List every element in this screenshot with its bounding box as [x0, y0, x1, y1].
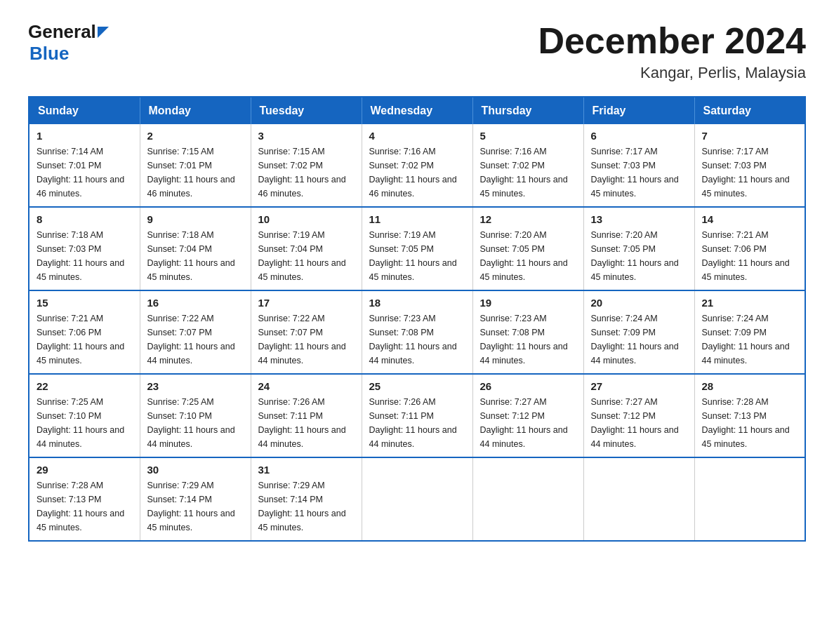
calendar-day-cell: 30Sunrise: 7:29 AMSunset: 7:14 PMDayligh…	[140, 457, 251, 541]
day-info: Sunrise: 7:28 AMSunset: 7:13 PMDaylight:…	[702, 395, 798, 451]
calendar-day-cell: 7Sunrise: 7:17 AMSunset: 7:03 PMDaylight…	[694, 124, 805, 207]
month-title: December 2024	[538, 21, 806, 61]
day-info: Sunrise: 7:18 AMSunset: 7:04 PMDaylight:…	[147, 228, 244, 284]
day-info: Sunrise: 7:17 AMSunset: 7:03 PMDaylight:…	[702, 145, 798, 201]
logo-blue-text: Blue	[29, 43, 69, 65]
day-number: 8	[37, 213, 133, 225]
day-info: Sunrise: 7:22 AMSunset: 7:07 PMDaylight:…	[258, 311, 355, 368]
location-title: Kangar, Perlis, Malaysia	[538, 64, 806, 82]
calendar-day-cell: 16Sunrise: 7:22 AMSunset: 7:07 PMDayligh…	[140, 290, 251, 374]
day-info: Sunrise: 7:14 AMSunset: 7:01 PMDaylight:…	[37, 145, 133, 201]
day-info: Sunrise: 7:29 AMSunset: 7:14 PMDaylight:…	[258, 478, 355, 535]
day-number: 15	[37, 297, 133, 309]
day-info: Sunrise: 7:19 AMSunset: 7:04 PMDaylight:…	[258, 228, 355, 284]
calendar-day-cell: 31Sunrise: 7:29 AMSunset: 7:14 PMDayligh…	[251, 457, 362, 541]
day-number: 11	[369, 213, 465, 225]
day-info: Sunrise: 7:21 AMSunset: 7:06 PMDaylight:…	[37, 311, 133, 368]
day-info: Sunrise: 7:22 AMSunset: 7:07 PMDaylight:…	[147, 311, 244, 368]
day-number: 26	[480, 380, 576, 392]
day-info: Sunrise: 7:24 AMSunset: 7:09 PMDaylight:…	[591, 311, 687, 368]
calendar-day-cell: 6Sunrise: 7:17 AMSunset: 7:03 PMDaylight…	[583, 124, 694, 207]
weekday-header-thursday: Thursday	[472, 97, 583, 124]
day-number: 19	[480, 297, 576, 309]
day-info: Sunrise: 7:26 AMSunset: 7:11 PMDaylight:…	[258, 395, 355, 451]
day-info: Sunrise: 7:27 AMSunset: 7:12 PMDaylight:…	[480, 395, 576, 451]
calendar-day-cell: 20Sunrise: 7:24 AMSunset: 7:09 PMDayligh…	[583, 290, 694, 374]
calendar-day-cell	[694, 457, 805, 541]
day-number: 28	[702, 380, 798, 392]
calendar-day-cell: 24Sunrise: 7:26 AMSunset: 7:11 PMDayligh…	[251, 374, 362, 457]
day-number: 20	[591, 297, 687, 309]
day-number: 17	[258, 297, 355, 309]
calendar-week-row: 22Sunrise: 7:25 AMSunset: 7:10 PMDayligh…	[29, 374, 805, 457]
calendar-day-cell: 27Sunrise: 7:27 AMSunset: 7:12 PMDayligh…	[583, 374, 694, 457]
calendar-day-cell: 1Sunrise: 7:14 AMSunset: 7:01 PMDaylight…	[29, 124, 140, 207]
day-info: Sunrise: 7:23 AMSunset: 7:08 PMDaylight:…	[369, 311, 465, 368]
calendar-day-cell	[583, 457, 694, 541]
day-number: 13	[591, 213, 687, 225]
day-number: 4	[369, 130, 465, 142]
calendar-day-cell: 28Sunrise: 7:28 AMSunset: 7:13 PMDayligh…	[694, 374, 805, 457]
calendar-day-cell: 5Sunrise: 7:16 AMSunset: 7:02 PMDaylight…	[472, 124, 583, 207]
day-info: Sunrise: 7:21 AMSunset: 7:06 PMDaylight:…	[702, 228, 798, 284]
day-number: 3	[258, 130, 355, 142]
day-info: Sunrise: 7:16 AMSunset: 7:02 PMDaylight:…	[480, 145, 576, 201]
calendar-day-cell: 3Sunrise: 7:15 AMSunset: 7:02 PMDaylight…	[251, 124, 362, 207]
logo-bottom-row: Blue	[28, 43, 109, 65]
day-number: 1	[37, 130, 133, 142]
title-section: December 2024 Kangar, Perlis, Malaysia	[538, 21, 806, 82]
day-info: Sunrise: 7:16 AMSunset: 7:02 PMDaylight:…	[369, 145, 465, 201]
day-number: 23	[147, 380, 244, 392]
day-info: Sunrise: 7:17 AMSunset: 7:03 PMDaylight:…	[591, 145, 687, 201]
day-number: 18	[369, 297, 465, 309]
calendar-week-row: 15Sunrise: 7:21 AMSunset: 7:06 PMDayligh…	[29, 290, 805, 374]
calendar-day-cell: 21Sunrise: 7:24 AMSunset: 7:09 PMDayligh…	[694, 290, 805, 374]
calendar-day-cell: 25Sunrise: 7:26 AMSunset: 7:11 PMDayligh…	[362, 374, 472, 457]
calendar-day-cell: 4Sunrise: 7:16 AMSunset: 7:02 PMDaylight…	[362, 124, 472, 207]
day-number: 7	[702, 130, 798, 142]
calendar-day-cell: 9Sunrise: 7:18 AMSunset: 7:04 PMDaylight…	[140, 207, 251, 290]
calendar-day-cell: 11Sunrise: 7:19 AMSunset: 7:05 PMDayligh…	[362, 207, 472, 290]
day-number: 10	[258, 213, 355, 225]
day-info: Sunrise: 7:27 AMSunset: 7:12 PMDaylight:…	[591, 395, 687, 451]
day-info: Sunrise: 7:15 AMSunset: 7:02 PMDaylight:…	[258, 145, 355, 201]
calendar-table: SundayMondayTuesdayWednesdayThursdayFrid…	[28, 96, 806, 542]
day-number: 16	[147, 297, 244, 309]
weekday-header-saturday: Saturday	[694, 97, 805, 124]
day-info: Sunrise: 7:20 AMSunset: 7:05 PMDaylight:…	[591, 228, 687, 284]
calendar-day-cell: 14Sunrise: 7:21 AMSunset: 7:06 PMDayligh…	[694, 207, 805, 290]
day-number: 2	[147, 130, 244, 142]
day-info: Sunrise: 7:28 AMSunset: 7:13 PMDaylight:…	[37, 478, 133, 535]
day-info: Sunrise: 7:29 AMSunset: 7:14 PMDaylight:…	[147, 478, 244, 535]
weekday-header-monday: Monday	[140, 97, 251, 124]
calendar-day-cell: 8Sunrise: 7:18 AMSunset: 7:03 PMDaylight…	[29, 207, 140, 290]
day-number: 6	[591, 130, 687, 142]
day-number: 21	[702, 297, 798, 309]
weekday-header-sunday: Sunday	[29, 97, 140, 124]
day-info: Sunrise: 7:24 AMSunset: 7:09 PMDaylight:…	[702, 311, 798, 368]
day-number: 27	[591, 380, 687, 392]
day-number: 14	[702, 213, 798, 225]
calendar-day-cell: 18Sunrise: 7:23 AMSunset: 7:08 PMDayligh…	[362, 290, 472, 374]
day-info: Sunrise: 7:15 AMSunset: 7:01 PMDaylight:…	[147, 145, 244, 201]
logo-top-row: General	[28, 21, 109, 43]
calendar-day-cell: 12Sunrise: 7:20 AMSunset: 7:05 PMDayligh…	[472, 207, 583, 290]
day-number: 31	[258, 464, 355, 476]
calendar-day-cell: 29Sunrise: 7:28 AMSunset: 7:13 PMDayligh…	[29, 457, 140, 541]
calendar-day-cell	[472, 457, 583, 541]
day-number: 25	[369, 380, 465, 392]
day-info: Sunrise: 7:23 AMSunset: 7:08 PMDaylight:…	[480, 311, 576, 368]
day-info: Sunrise: 7:25 AMSunset: 7:10 PMDaylight:…	[147, 395, 244, 451]
calendar-day-cell: 2Sunrise: 7:15 AMSunset: 7:01 PMDaylight…	[140, 124, 251, 207]
day-number: 24	[258, 380, 355, 392]
day-number: 22	[37, 380, 133, 392]
logo-general-text: General	[28, 21, 96, 43]
calendar-day-cell: 26Sunrise: 7:27 AMSunset: 7:12 PMDayligh…	[472, 374, 583, 457]
logo: General Blue	[28, 21, 109, 65]
calendar-day-cell: 13Sunrise: 7:20 AMSunset: 7:05 PMDayligh…	[583, 207, 694, 290]
day-info: Sunrise: 7:25 AMSunset: 7:10 PMDaylight:…	[37, 395, 133, 451]
day-info: Sunrise: 7:18 AMSunset: 7:03 PMDaylight:…	[37, 228, 133, 284]
calendar-week-row: 8Sunrise: 7:18 AMSunset: 7:03 PMDaylight…	[29, 207, 805, 290]
weekday-header-row: SundayMondayTuesdayWednesdayThursdayFrid…	[29, 97, 805, 124]
calendar-day-cell: 10Sunrise: 7:19 AMSunset: 7:04 PMDayligh…	[251, 207, 362, 290]
